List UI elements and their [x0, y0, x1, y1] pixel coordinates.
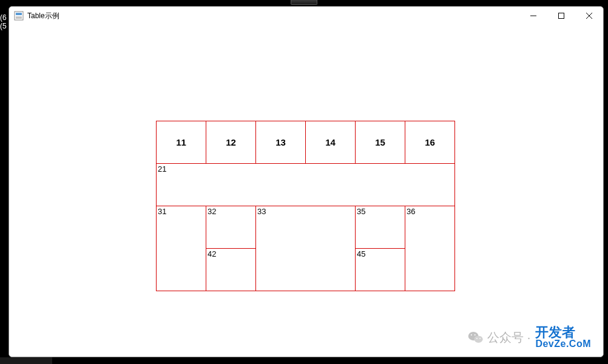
- client-area: 11 12 13 14 15 16 21 31 32 33 35 36: [9, 25, 603, 357]
- window-title: Table示例: [27, 11, 59, 21]
- window-icon: [14, 11, 24, 21]
- window-titlebar[interactable]: Table示例: [9, 7, 603, 25]
- cell-16: 16: [405, 121, 455, 164]
- background-text: (6 (5: [0, 13, 7, 31]
- wechat-icon: [468, 331, 484, 344]
- cell-45: 45: [356, 249, 405, 291]
- watermark: 公众号 · 开发者 DevZe.CoM: [468, 325, 591, 349]
- cell-13: 13: [256, 121, 306, 164]
- cell-12: 12: [206, 121, 256, 164]
- svg-point-12: [480, 338, 481, 339]
- watermark-right: 开发者 DevZe.CoM: [535, 325, 591, 349]
- svg-point-8: [475, 335, 483, 343]
- watermark-brand-en: DevZe.CoM: [535, 339, 591, 349]
- cell-15: 15: [356, 121, 405, 164]
- cell-36: 36: [405, 206, 455, 291]
- taskbar-stub: [0, 357, 52, 364]
- svg-rect-1: [16, 13, 22, 15]
- svg-rect-2: [16, 16, 22, 19]
- cell-31: 31: [157, 206, 206, 291]
- window-controls: [519, 7, 603, 25]
- watermark-left-text: 公众号 ·: [487, 329, 530, 346]
- cell-33: 33: [256, 206, 356, 291]
- cell-21: 21: [157, 164, 455, 206]
- maximize-button[interactable]: [547, 7, 575, 25]
- cell-35: 35: [356, 206, 405, 249]
- svg-rect-4: [559, 13, 564, 19]
- top-dock-handle: [291, 0, 317, 5]
- cell-14: 14: [306, 121, 356, 164]
- bg-line-2: (5: [0, 22, 7, 30]
- svg-point-10: [475, 334, 476, 335]
- cell-11: 11: [157, 121, 206, 164]
- watermark-left: 公众号 ·: [468, 329, 530, 346]
- cell-32: 32: [206, 206, 256, 249]
- app-window: Table示例 11 12 13 14 15 16: [8, 6, 604, 357]
- demo-table: 11 12 13 14 15 16 21 31 32 33 35 36: [156, 121, 455, 291]
- cell-42: 42: [206, 249, 256, 291]
- bg-line-1: (6: [0, 13, 7, 22]
- minimize-button[interactable]: [519, 7, 547, 25]
- svg-point-11: [476, 338, 478, 339]
- watermark-brand-cn: 开发者: [535, 325, 575, 339]
- close-button[interactable]: [575, 7, 603, 25]
- svg-point-9: [471, 334, 472, 335]
